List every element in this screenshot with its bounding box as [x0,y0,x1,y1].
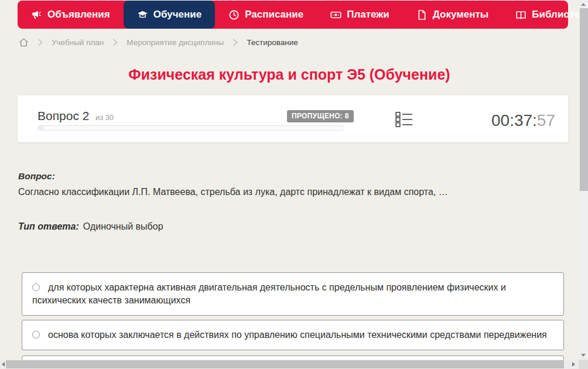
answer-type-value: Одиночный выбор [83,221,163,231]
answer-type: Тип ответа:Одиночный выбор [18,221,163,232]
question-list-icon[interactable] [395,111,413,128]
home-icon[interactable] [19,37,29,47]
nav-item-announcements[interactable]: Объявления [18,1,124,29]
main-navigation: Объявления Обучение Расписание Платежи Д… [18,1,568,29]
question-text: Согласно классификации Л.П. Матвеева, ст… [18,186,545,198]
answer-option-text: основа которых заключается в действиях п… [48,330,547,340]
nav-item-label: Документы [433,9,489,20]
banknote-icon [330,9,341,20]
radio-button[interactable] [32,331,40,339]
vertical-scrollbar[interactable] [579,0,588,360]
question-number: Вопрос 2 из 30 [37,109,114,123]
nav-item-label: Расписание [245,9,303,20]
nav-item-documents[interactable]: Документы [403,1,502,29]
chevron-right-icon [233,39,238,46]
nav-item-label: Обучение [153,9,201,20]
timer-hours-minutes: 00:37: [491,111,537,129]
nav-item-library[interactable]: Библиотека [502,1,588,29]
graduation-cap-icon [137,9,148,20]
nav-item-payments[interactable]: Платежи [317,1,403,29]
question-number-main: Вопрос 2 [37,109,89,122]
question-progress-bar [37,125,344,131]
nav-item-education[interactable]: Обучение [124,1,215,29]
scroll-left-arrow-icon[interactable] [2,362,5,367]
scroll-right-arrow-icon[interactable] [572,362,575,367]
timer-seconds: 57 [537,111,555,129]
answer-option-text: для которых характерна активная двигател… [32,282,506,305]
question-panel: Вопрос 2 из 30 ПРОПУЩЕНО: 8 00:37:57 [18,95,568,142]
question-number-of: из 30 [95,113,114,122]
scroll-up-arrow-icon[interactable] [581,3,586,6]
megaphone-icon [31,9,42,20]
nav-item-label: Объявления [47,9,110,20]
breadcrumb: Учебный план Мероприятие дисциплины Тест… [19,36,298,49]
chevron-right-icon [112,39,118,46]
nav-item-label: Платежи [347,9,389,20]
scrollbar-corner [579,360,588,369]
clock-icon [228,9,240,20]
skipped-badge: ПРОПУЩЕНО: 8 [287,110,354,122]
book-icon [515,9,527,20]
horizontal-scrollbar-thumb[interactable] [6,360,564,368]
horizontal-scrollbar[interactable] [0,360,579,369]
vertical-scrollbar-thumb[interactable] [580,8,588,191]
breadcrumb-discipline-event[interactable]: Мероприятие дисциплины [127,38,224,47]
scroll-down-arrow-icon[interactable] [581,354,586,357]
timer: 00:37:57 [491,111,555,130]
chevron-right-icon [37,39,43,46]
answer-option-1[interactable]: для которых характерна активная двигател… [22,272,564,316]
answer-type-label: Тип ответа: [18,221,79,231]
breadcrumb-study-plan[interactable]: Учебный план [52,38,104,47]
page-title: Физическая культура и спорт Э5 (Обучение… [0,66,579,83]
breadcrumb-testing: Тестирование [247,38,298,47]
question-progress-fill [38,126,44,130]
question-label: Вопрос: [18,171,55,182]
nav-item-schedule[interactable]: Расписание [215,1,317,29]
document-icon [416,9,428,20]
answer-option-2[interactable]: основа которых заключается в действиях п… [22,320,564,350]
radio-button[interactable] [32,283,40,291]
